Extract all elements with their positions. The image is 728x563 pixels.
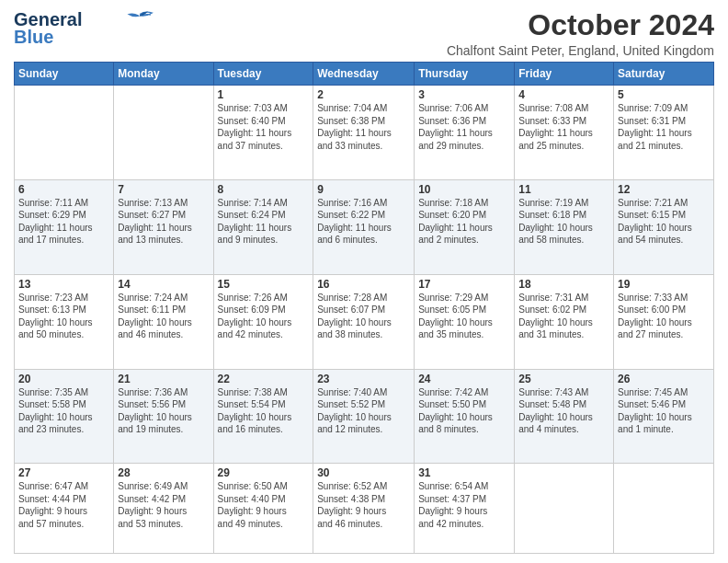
day-info: Sunrise: 7:09 AM Sunset: 6:31 PM Dayligh… [618, 102, 710, 152]
day-number: 6 [18, 183, 109, 196]
day-info: Sunrise: 7:03 AM Sunset: 6:40 PM Dayligh… [218, 102, 310, 152]
logo-blue: Blue [14, 27, 53, 48]
day-number: 31 [418, 466, 510, 479]
day-info: Sunrise: 7:45 AM Sunset: 5:46 PM Dayligh… [618, 386, 710, 436]
calendar-cell [515, 464, 614, 554]
weekday-header-wednesday: Wednesday [313, 63, 415, 86]
calendar-cell: 16Sunrise: 7:28 AM Sunset: 6:07 PM Dayli… [313, 274, 415, 369]
weekday-header-thursday: Thursday [415, 63, 515, 86]
calendar-cell: 5Sunrise: 7:09 AM Sunset: 6:31 PM Daylig… [614, 86, 714, 180]
calendar-cell: 4Sunrise: 7:08 AM Sunset: 6:33 PM Daylig… [515, 86, 614, 180]
day-number: 20 [18, 373, 109, 385]
calendar-cell: 9Sunrise: 7:16 AM Sunset: 6:22 PM Daylig… [313, 179, 415, 274]
weekday-header-saturday: Saturday [614, 63, 714, 86]
weekday-header-friday: Friday [515, 63, 614, 86]
day-number: 21 [118, 373, 209, 385]
calendar-cell: 21Sunrise: 7:36 AM Sunset: 5:56 PM Dayli… [114, 369, 213, 464]
calendar-cell: 17Sunrise: 7:29 AM Sunset: 6:05 PM Dayli… [415, 274, 515, 369]
calendar-cell: 22Sunrise: 7:38 AM Sunset: 5:54 PM Dayli… [213, 369, 313, 464]
day-info: Sunrise: 7:35 AM Sunset: 5:58 PM Dayligh… [18, 386, 109, 436]
day-info: Sunrise: 7:16 AM Sunset: 6:22 PM Dayligh… [317, 197, 410, 247]
day-info: Sunrise: 7:36 AM Sunset: 5:56 PM Dayligh… [118, 386, 209, 436]
weekday-header-sunday: Sunday [15, 63, 114, 86]
day-info: Sunrise: 7:23 AM Sunset: 6:13 PM Dayligh… [18, 292, 109, 341]
calendar-cell: 6Sunrise: 7:11 AM Sunset: 6:29 PM Daylig… [15, 179, 114, 274]
calendar-cell: 8Sunrise: 7:14 AM Sunset: 6:24 PM Daylig… [213, 179, 313, 274]
day-info: Sunrise: 7:26 AM Sunset: 6:09 PM Dayligh… [218, 292, 310, 341]
day-info: Sunrise: 6:54 AM Sunset: 4:37 PM Dayligh… [418, 480, 510, 530]
day-number: 14 [118, 278, 209, 291]
day-number: 12 [618, 183, 710, 196]
day-number: 15 [218, 278, 310, 291]
day-number: 13 [18, 278, 109, 291]
day-number: 4 [518, 88, 609, 101]
day-number: 3 [418, 88, 510, 101]
calendar-cell: 12Sunrise: 7:21 AM Sunset: 6:15 PM Dayli… [614, 179, 714, 274]
day-info: Sunrise: 7:11 AM Sunset: 6:29 PM Dayligh… [18, 197, 109, 247]
day-number: 1 [218, 88, 310, 101]
day-info: Sunrise: 7:14 AM Sunset: 6:24 PM Dayligh… [218, 197, 310, 247]
weekday-header-monday: Monday [114, 63, 213, 86]
day-info: Sunrise: 7:42 AM Sunset: 5:50 PM Dayligh… [418, 386, 510, 436]
day-number: 19 [618, 278, 710, 291]
day-info: Sunrise: 7:28 AM Sunset: 6:07 PM Dayligh… [317, 292, 410, 341]
calendar-cell: 11Sunrise: 7:19 AM Sunset: 6:18 PM Dayli… [515, 179, 614, 274]
logo: General Blue [14, 9, 154, 48]
day-number: 18 [518, 278, 609, 291]
day-number: 23 [317, 373, 410, 385]
day-info: Sunrise: 7:24 AM Sunset: 6:11 PM Dayligh… [118, 292, 209, 341]
weekday-header-tuesday: Tuesday [213, 63, 313, 86]
day-info: Sunrise: 6:47 AM Sunset: 4:44 PM Dayligh… [18, 480, 109, 530]
calendar-cell: 3Sunrise: 7:06 AM Sunset: 6:36 PM Daylig… [415, 86, 515, 180]
day-number: 30 [317, 466, 410, 479]
day-number: 16 [317, 278, 410, 291]
calendar-cell: 7Sunrise: 7:13 AM Sunset: 6:27 PM Daylig… [114, 179, 213, 274]
calendar-cell: 24Sunrise: 7:42 AM Sunset: 5:50 PM Dayli… [415, 369, 515, 464]
day-number: 27 [18, 466, 109, 479]
calendar-cell: 10Sunrise: 7:18 AM Sunset: 6:20 PM Dayli… [415, 179, 515, 274]
day-number: 11 [518, 183, 609, 196]
calendar-cell: 25Sunrise: 7:43 AM Sunset: 5:48 PM Dayli… [515, 369, 614, 464]
header: General Blue October 2024 Chalfont Saint… [14, 9, 714, 58]
calendar-cell: 28Sunrise: 6:49 AM Sunset: 4:42 PM Dayli… [114, 464, 213, 554]
day-number: 17 [418, 278, 510, 291]
calendar-cell: 14Sunrise: 7:24 AM Sunset: 6:11 PM Dayli… [114, 274, 213, 369]
day-number: 28 [118, 466, 209, 479]
calendar-cell: 23Sunrise: 7:40 AM Sunset: 5:52 PM Dayli… [313, 369, 415, 464]
day-number: 10 [418, 183, 510, 196]
day-number: 2 [317, 88, 410, 101]
calendar-cell: 30Sunrise: 6:52 AM Sunset: 4:38 PM Dayli… [313, 464, 415, 554]
day-info: Sunrise: 7:38 AM Sunset: 5:54 PM Dayligh… [218, 386, 310, 436]
logo-bird-icon [126, 10, 154, 27]
day-info: Sunrise: 7:33 AM Sunset: 6:00 PM Dayligh… [618, 292, 710, 341]
day-info: Sunrise: 7:18 AM Sunset: 6:20 PM Dayligh… [418, 197, 510, 247]
day-info: Sunrise: 7:43 AM Sunset: 5:48 PM Dayligh… [518, 386, 609, 436]
calendar-cell: 31Sunrise: 6:54 AM Sunset: 4:37 PM Dayli… [415, 464, 515, 554]
day-number: 26 [618, 373, 710, 385]
day-info: Sunrise: 7:21 AM Sunset: 6:15 PM Dayligh… [618, 197, 710, 247]
calendar-cell: 19Sunrise: 7:33 AM Sunset: 6:00 PM Dayli… [614, 274, 714, 369]
calendar: SundayMondayTuesdayWednesdayThursdayFrid… [14, 62, 714, 554]
day-info: Sunrise: 7:04 AM Sunset: 6:38 PM Dayligh… [317, 102, 410, 152]
calendar-cell: 2Sunrise: 7:04 AM Sunset: 6:38 PM Daylig… [313, 86, 415, 180]
day-info: Sunrise: 7:08 AM Sunset: 6:33 PM Dayligh… [518, 102, 609, 152]
day-info: Sunrise: 7:40 AM Sunset: 5:52 PM Dayligh… [317, 386, 410, 436]
calendar-cell: 1Sunrise: 7:03 AM Sunset: 6:40 PM Daylig… [213, 86, 313, 180]
calendar-cell [114, 86, 213, 180]
day-info: Sunrise: 6:49 AM Sunset: 4:42 PM Dayligh… [118, 480, 209, 530]
day-number: 9 [317, 183, 410, 196]
day-info: Sunrise: 6:50 AM Sunset: 4:40 PM Dayligh… [218, 480, 310, 530]
day-number: 22 [218, 373, 310, 385]
calendar-cell: 13Sunrise: 7:23 AM Sunset: 6:13 PM Dayli… [15, 274, 114, 369]
day-info: Sunrise: 7:13 AM Sunset: 6:27 PM Dayligh… [118, 197, 209, 247]
day-number: 7 [118, 183, 209, 196]
location: Chalfont Saint Peter, England, United Ki… [447, 43, 714, 58]
day-number: 25 [518, 373, 609, 385]
day-info: Sunrise: 7:19 AM Sunset: 6:18 PM Dayligh… [518, 197, 609, 247]
calendar-cell [15, 86, 114, 180]
day-number: 5 [618, 88, 710, 101]
calendar-cell: 20Sunrise: 7:35 AM Sunset: 5:58 PM Dayli… [15, 369, 114, 464]
calendar-cell: 27Sunrise: 6:47 AM Sunset: 4:44 PM Dayli… [15, 464, 114, 554]
day-info: Sunrise: 7:06 AM Sunset: 6:36 PM Dayligh… [418, 102, 510, 152]
calendar-cell [614, 464, 714, 554]
